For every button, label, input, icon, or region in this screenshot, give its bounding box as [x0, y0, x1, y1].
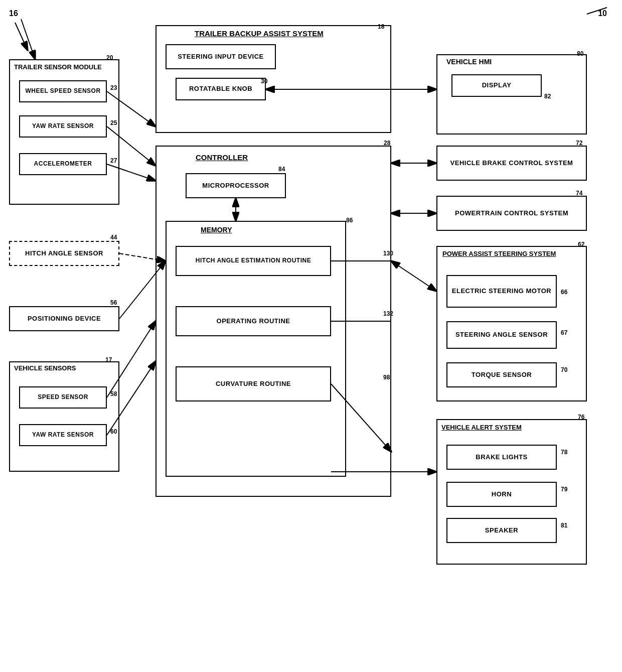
ref-81: 81: [561, 522, 567, 529]
speed-sensor-label: SPEED SENSOR: [38, 393, 88, 401]
hitch-angle-sensor-box: HITCH ANGLE SENSOR: [9, 241, 119, 266]
ref-66: 66: [561, 289, 567, 296]
brake-lights-label: BRAKE LIGHTS: [476, 453, 528, 462]
ref-17: 17: [105, 356, 112, 363]
hitch-angle-estimation-label: HITCH ANGLE ESTIMATION ROUTINE: [196, 257, 311, 265]
ref-98: 98: [383, 374, 390, 381]
ref-18: 18: [378, 23, 384, 30]
ref-44: 44: [110, 234, 117, 241]
ref-58: 58: [110, 390, 117, 397]
ref-60: 60: [110, 428, 117, 435]
hitch-angle-sensor-label: HITCH ANGLE SENSOR: [25, 249, 103, 258]
ref-74: 74: [576, 190, 582, 197]
ref-130: 130: [383, 250, 393, 257]
curvature-routine-box: CURVATURE ROUTINE: [176, 366, 331, 401]
trailer-backup-assist-label: TRAILER BACKUP ASSIST SYSTEM: [195, 29, 324, 38]
yaw-rate-sensor-bottom-box: YAW RATE SENSOR: [19, 424, 107, 446]
electric-steering-motor-label: ELECTRIC STEERING MOTOR: [452, 287, 551, 296]
vehicle-sensors-outer: [9, 361, 119, 472]
ref-23: 23: [110, 84, 117, 91]
display-label: DISPLAY: [482, 81, 512, 90]
ref-79: 79: [561, 486, 567, 493]
svg-line-14: [391, 261, 436, 291]
ref-25: 25: [110, 119, 117, 126]
microprocessor-label: MICROPROCESSOR: [202, 182, 269, 190]
ref-27: 27: [110, 157, 117, 164]
ref-86: 86: [346, 217, 353, 224]
ref-78: 78: [561, 449, 567, 456]
speed-sensor-box: SPEED SENSOR: [19, 386, 107, 409]
operating-routine-label: OPERATING ROUTINE: [217, 317, 290, 326]
ref-30: 30: [261, 78, 267, 85]
vehicle-sensors-label: VEHICLE SENSORS: [14, 364, 76, 372]
power-assist-label: POWER ASSIST STEERING SYSTEM: [442, 250, 556, 257]
powertrain-box: POWERTRAIN CONTROL SYSTEM: [436, 196, 587, 231]
microprocessor-box: MICROPROCESSOR: [186, 173, 286, 198]
electric-steering-motor-box: ELECTRIC STEERING MOTOR: [446, 275, 557, 308]
trailer-sensor-module-label: TRAILER SENSOR MODULE: [14, 63, 102, 71]
ref-82: 82: [544, 93, 551, 100]
speaker-label: SPEAKER: [485, 526, 518, 535]
controller-label: CONTROLLER: [196, 153, 248, 162]
hitch-angle-estimation-box: HITCH ANGLE ESTIMATION ROUTINE: [176, 246, 331, 276]
curvature-routine-label: CURVATURE ROUTINE: [216, 380, 291, 388]
accelerometer-box: ACCELEROMETER: [19, 153, 107, 175]
ref-10: 10: [598, 9, 607, 18]
ref-67: 67: [561, 329, 567, 336]
vehicle-alert-label: VEHICLE ALERT SYSTEM: [441, 424, 522, 431]
positioning-device-box: POSITIONING DEVICE: [9, 306, 119, 331]
wheel-speed-sensor-label: WHEEL SPEED SENSOR: [25, 87, 100, 95]
rotatable-knob-label: ROTATABLE KNOB: [189, 85, 252, 93]
steering-input-box: STEERING INPUT DEVICE: [166, 44, 276, 69]
horn-box: HORN: [446, 482, 557, 507]
ref-132: 132: [383, 310, 393, 317]
brake-lights-box: BRAKE LIGHTS: [446, 445, 557, 470]
ref-28: 28: [384, 140, 390, 147]
ref-76: 76: [578, 414, 584, 421]
accelerometer-label: ACCELEROMETER: [34, 160, 92, 168]
ref-62: 62: [578, 241, 584, 248]
torque-sensor-label: TORQUE SENSOR: [472, 371, 532, 379]
rotatable-knob-box: ROTATABLE KNOB: [176, 78, 266, 100]
ref-70: 70: [561, 366, 567, 373]
vehicle-brake-box: VEHICLE BRAKE CONTROL SYSTEM: [436, 146, 587, 181]
positioning-device-label: POSITIONING DEVICE: [28, 315, 101, 323]
wheel-speed-sensor-box: WHEEL SPEED SENSOR: [19, 80, 107, 102]
ref-80: 80: [577, 50, 583, 57]
horn-label: HORN: [492, 490, 512, 499]
display-box: DISPLAY: [451, 74, 542, 97]
yaw-rate-sensor-top-label: YAW RATE SENSOR: [32, 122, 94, 130]
ref-56: 56: [110, 299, 117, 306]
ref-20: 20: [106, 54, 113, 61]
powertrain-label: POWERTRAIN CONTROL SYSTEM: [455, 209, 568, 218]
yaw-rate-sensor-top-box: YAW RATE SENSOR: [19, 115, 107, 138]
yaw-rate-sensor-bottom-label: YAW RATE SENSOR: [32, 431, 94, 439]
ref-84: 84: [278, 166, 285, 173]
speaker-box: SPEAKER: [446, 518, 557, 543]
vehicle-brake-label: VEHICLE BRAKE CONTROL SYSTEM: [450, 159, 573, 168]
torque-sensor-box: TORQUE SENSOR: [446, 362, 557, 387]
svg-line-21: [15, 23, 28, 50]
operating-routine-box: OPERATING ROUTINE: [176, 306, 331, 336]
steering-input-label: STEERING INPUT DEVICE: [178, 53, 264, 61]
vehicle-hmi-label: VEHICLE HMI: [446, 58, 492, 66]
ref-72: 72: [576, 140, 582, 147]
memory-label: MEMORY: [201, 226, 232, 234]
steering-angle-sensor-box: STEERING ANGLE SENSOR: [446, 321, 557, 349]
ref-16: 16: [9, 9, 18, 18]
steering-angle-sensor-label: STEERING ANGLE SENSOR: [455, 331, 548, 339]
svg-line-3: [21, 19, 35, 59]
